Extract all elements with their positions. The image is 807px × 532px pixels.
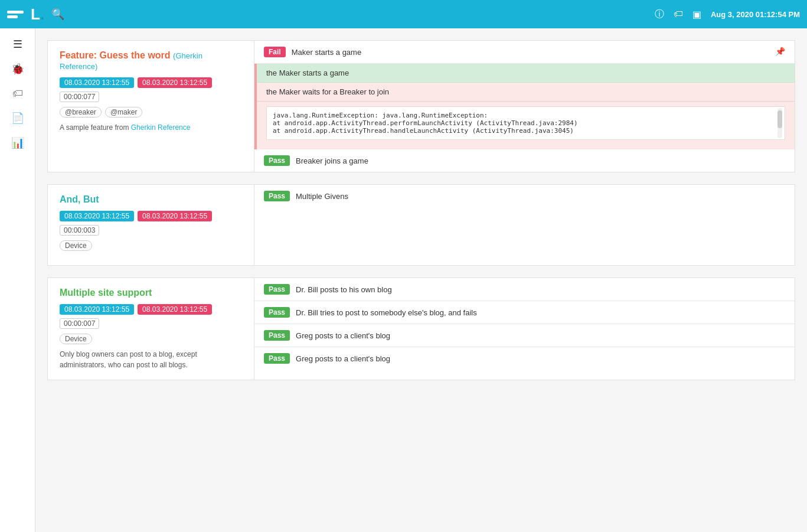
feature-desc-guess: A sample feature from Gherkin Reference (60, 122, 242, 133)
badge-end-guess: 08.03.2020 13:12:55 (138, 77, 212, 88)
status-pass-badge-greg-2: Pass (264, 353, 290, 364)
scenario-title-greg-1: Greg posts to a client's blog (296, 331, 390, 340)
tag-device-1: Device (60, 240, 92, 251)
badge-end-and-but: 08.03.2020 13:12:55 (138, 211, 212, 221)
tag-icon[interactable]: 🏷 (674, 9, 683, 19)
error-scrollbar[interactable] (776, 108, 783, 138)
status-pass-badge-greg-1: Pass (264, 330, 290, 341)
datetime-display: Aug 3, 2020 01:12:54 PM (711, 10, 800, 19)
logo-line2 (7, 15, 18, 18)
feature-title-multiple-site: Multiple site support (60, 288, 242, 298)
feature-right-guess: Fail Maker starts a game 📌 the Maker sta… (254, 41, 795, 172)
feature-badges-multiple-site: 08.03.2020 13:12:55 08.03.2020 13:12:55 (60, 304, 242, 315)
feature-left-multiple-site: Multiple site support 08.03.2020 13:12:5… (48, 278, 254, 380)
app-logo (7, 11, 24, 18)
scenario-title-multiple-givens: Multiple Givens (296, 192, 348, 201)
step-red-1: the Maker waits for a Breaker to join (257, 83, 795, 102)
tag-breaker: @breaker (60, 107, 102, 118)
error-code-box: java.lang.RuntimeException: java.lang.Ru… (266, 106, 785, 140)
sidebar: ☰ 🐞 🏷 📄 📊 (0, 28, 35, 532)
feature-block-multiple-site: Multiple site support 08.03.2020 13:12:5… (47, 278, 795, 380)
pin-icon: 📌 (775, 47, 785, 56)
gherkin-ref-link[interactable]: Gherkin Reference (131, 123, 191, 132)
duration-multiple-site: 00:00:007 (60, 318, 99, 329)
feature-left-and-but: And, But 08.03.2020 13:12:55 08.03.2020 … (48, 185, 254, 265)
info-icon[interactable]: ⓘ (655, 8, 664, 21)
status-pass-badge-breaker: Pass (264, 155, 290, 166)
scenario-title-greg-2: Greg posts to a client's blog (296, 354, 390, 363)
status-fail-badge: Fail (264, 47, 286, 57)
feature-right-multiple-site: Pass Dr. Bill posts to his own blog Pass… (254, 278, 795, 380)
feature-right-and-but: Pass Multiple Givens (254, 185, 795, 265)
tag-device-2: Device (60, 334, 92, 344)
scrollbar-track (777, 108, 782, 138)
feature-left-guess: Feature: Guess the word (Gherkin Referen… (48, 41, 254, 172)
scenario-row-maker-starts: Fail Maker starts a game 📌 (254, 41, 795, 64)
scenario-row-multiple-givens: Pass Multiple Givens (254, 185, 795, 207)
error-bottom-padding (257, 145, 795, 149)
error-line-3: at android.app.ActivityThread.handleLaun… (273, 127, 779, 135)
step-green-1: the Maker starts a game (257, 64, 795, 83)
feature-block-guess: Feature: Guess the word (Gherkin Referen… (47, 40, 795, 172)
topbar-right: ⓘ 🏷 ▣ Aug 3, 2020 01:12:54 PM (655, 8, 800, 21)
topbar: L. 🔍 ⓘ 🏷 ▣ Aug 3, 2020 01:12:54 PM (0, 0, 807, 28)
sidebar-item-bug[interactable]: 🐞 (11, 63, 24, 76)
sidebar-item-tag[interactable]: 🏷 (12, 87, 23, 100)
sidebar-item-chart[interactable]: 📊 (11, 136, 24, 149)
feature-badges-guess: 08.03.2020 13:12:55 08.03.2020 13:12:55 (60, 77, 242, 88)
logo-line1 (7, 11, 24, 14)
badge-start-guess: 08.03.2020 13:12:55 (60, 77, 134, 88)
scenario-title-breaker-joins: Breaker joins a game (296, 156, 368, 165)
scenario-row-greg-client-1: Pass Greg posts to a client's blog (254, 324, 795, 347)
tags-and-but: Device (60, 240, 242, 251)
scenario-row-greg-client-2: Pass Greg posts to a client's blog (254, 347, 795, 370)
scenario-title-maker-starts: Maker starts a game (292, 48, 362, 57)
tag-maker: @maker (105, 107, 143, 118)
tags-multiple-site: Device (60, 334, 242, 344)
error-line-1: java.lang.RuntimeException: java.lang.Ru… (273, 112, 779, 119)
feature-desc-multiple-site: Only blog owners can post to a blog, exc… (60, 349, 242, 370)
feature-title-guess: Feature: Guess the word (Gherkin Referen… (60, 50, 242, 71)
status-pass-badge-dr-bill-else: Pass (264, 307, 290, 318)
sidebar-item-document[interactable]: 📄 (11, 112, 24, 125)
error-line-2: at android.app.ActivityThread.performLau… (273, 119, 779, 127)
duration-and-but: 00:00:003 (60, 225, 99, 236)
scenario-title-dr-bill-else: Dr. Bill tries to post to somebody else'… (296, 308, 477, 317)
tags-guess: @breaker @maker (60, 107, 242, 118)
scenario-row-breaker-joins: Pass Breaker joins a game (254, 149, 795, 172)
status-pass-badge-givens: Pass (264, 191, 290, 201)
badge-start-multiple-site: 08.03.2020 13:12:55 (60, 304, 134, 315)
topbar-left: L. 🔍 (7, 6, 64, 22)
logo-letter: L. (31, 6, 44, 22)
feature-badges-and-but: 08.03.2020 13:12:55 08.03.2020 13:12:55 (60, 211, 242, 221)
search-icon[interactable]: 🔍 (51, 8, 64, 21)
badge-start-and-but: 08.03.2020 13:12:55 (60, 211, 134, 221)
feature-title-and-but: And, But (60, 194, 242, 205)
feature-block-and-but: And, But 08.03.2020 13:12:55 08.03.2020 … (47, 184, 795, 266)
sidebar-item-menu[interactable]: ☰ (13, 38, 22, 51)
error-detail-maker-starts: the Maker starts a game the Maker waits … (254, 64, 795, 149)
device-icon[interactable]: ▣ (692, 9, 701, 20)
scenario-row-dr-bill-own: Pass Dr. Bill posts to his own blog (254, 278, 795, 301)
main-content: Feature: Guess the word (Gherkin Referen… (35, 28, 807, 532)
scenario-title-dr-bill-own: Dr. Bill posts to his own blog (296, 285, 392, 294)
status-pass-badge-dr-bill-own: Pass (264, 284, 290, 295)
scrollbar-thumb (777, 110, 782, 128)
duration-guess: 00:00:077 (60, 92, 99, 102)
badge-end-multiple-site: 08.03.2020 13:12:55 (138, 304, 212, 315)
scenario-row-dr-bill-else: Pass Dr. Bill tries to post to somebody … (254, 301, 795, 324)
